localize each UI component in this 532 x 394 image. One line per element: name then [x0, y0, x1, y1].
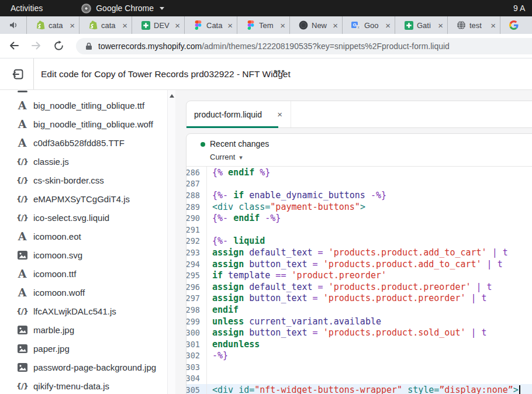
file-sidebar: Abig_noodle_titling_oblique.ttfAbig_nood… — [0, 90, 175, 394]
file-item[interactable]: Aicomoon.eot — [0, 227, 167, 246]
tab-close-icon[interactable]: × — [175, 21, 180, 30]
code-line[interactable]: 300 assign button_text = 'products.produ… — [186, 327, 532, 338]
text-cursor — [519, 385, 520, 394]
browser-tab[interactable]: GxGoo× — [342, 16, 395, 34]
code-line[interactable]: 303 — [186, 361, 532, 373]
shopify-icon — [88, 20, 98, 30]
code-line[interactable]: 286{% endif %} — [186, 167, 532, 178]
file-item[interactable]: {/}ico-select.svg.liquid — [0, 208, 167, 227]
line-number: 294 — [186, 258, 207, 270]
browser-toolbar: towerrecords.myshopify.com/admin/themes/… — [0, 34, 532, 58]
code-line[interactable]: 298 endif — [186, 304, 532, 316]
file-item[interactable]: {/}classie.js — [0, 152, 167, 171]
file-item[interactable]: Ac0df3a6b528fdd85.TTF — [0, 133, 167, 152]
code-text: if template == 'product.preorder' — [207, 269, 386, 281]
code-line[interactable]: 287 — [186, 178, 532, 190]
tab-close-icon[interactable]: × — [277, 109, 282, 119]
tab-title: test — [469, 21, 487, 30]
file-item[interactable]: {/}lfcAXLwjkDALc541.js — [0, 302, 167, 320]
code-line[interactable]: 302 -%} — [186, 350, 532, 362]
exit-icon[interactable] — [12, 68, 25, 83]
tab-close-icon[interactable]: × — [122, 21, 127, 30]
code-line[interactable]: 293 assign default_text = 'products.prod… — [186, 247, 532, 258]
editor-panel: product-form.liquid × Recent changes Cur… — [175, 90, 532, 394]
forward-button[interactable] — [30, 40, 42, 54]
code-text: {%- if enable_dynamic_buttons -%} — [207, 189, 386, 201]
file-item[interactable]: {/}cs-skin-border.css — [0, 171, 167, 189]
code-line[interactable]: 291 — [186, 224, 532, 236]
browser-tab[interactable]: Tem× — [237, 16, 289, 34]
image-file-icon — [15, 326, 29, 334]
file-item[interactable]: Aicomoon.ttf — [0, 264, 167, 283]
browser-tab[interactable]: cata× — [79, 16, 132, 34]
file-item[interactable]: {/}qikify-tmenu-data.js — [0, 376, 167, 394]
file-item[interactable]: {/}eMAPMXSyTCgGdiT4.js — [0, 189, 167, 208]
code-line[interactable]: 295 if template == 'product.preorder' — [186, 269, 532, 281]
tab-close-icon[interactable]: × — [333, 21, 338, 30]
tab-title: Tem — [259, 21, 277, 30]
tab-close-icon[interactable]: × — [438, 21, 443, 30]
address-bar[interactable]: towerrecords.myshopify.com/admin/themes/… — [76, 38, 532, 54]
code-line[interactable]: 301 endunless — [186, 338, 532, 350]
line-number: 286 — [186, 167, 207, 178]
code-file-icon: {/} — [15, 158, 29, 165]
line-number: 293 — [186, 247, 207, 258]
code-line[interactable]: 296 assign default_text = 'products.prod… — [186, 281, 532, 293]
reload-button[interactable] — [53, 40, 64, 54]
browser-tab[interactable]: Gati× — [395, 16, 447, 34]
editor-file-tab[interactable]: product-form.liquid × — [186, 101, 291, 127]
file-item[interactable]: Aicomoon.woff — [0, 283, 167, 302]
code-text: endif — [207, 304, 239, 316]
more-options-button[interactable]: ••• — [274, 66, 285, 76]
browser-tab[interactable]: DEV× — [132, 16, 184, 34]
globe-icon — [457, 20, 466, 30]
browser-tab[interactable]: New× — [289, 16, 342, 34]
code-line[interactable]: 292 {%- liquid — [186, 236, 532, 247]
file-name: classie.js — [33, 157, 69, 167]
version-dropdown[interactable]: Current▾ — [210, 153, 243, 161]
activities-button[interactable]: Activities — [7, 4, 46, 13]
sidebar-scrollbar[interactable] — [167, 90, 176, 394]
chevron-down-icon — [160, 7, 164, 10]
code-line[interactable]: 294 assign button_text = 'products.produ… — [186, 258, 532, 270]
tab-title: DEV — [154, 21, 171, 30]
tab-close-icon[interactable]: × — [385, 21, 391, 30]
file-item[interactable]: marble.jpg — [0, 320, 167, 339]
tab-close-icon[interactable]: × — [490, 21, 496, 30]
tab-close-icon[interactable]: × — [280, 21, 285, 30]
browser-tab[interactable]: test× — [447, 16, 500, 34]
file-item[interactable]: password-page-background.jpg — [0, 358, 167, 376]
line-number: 298 — [186, 304, 207, 316]
code-text: {% endif %} — [207, 167, 270, 178]
tab-close-icon[interactable]: × — [70, 21, 75, 30]
code-line[interactable]: 289 <div class="payment-buttons"> — [186, 201, 532, 213]
lock-icon[interactable] — [85, 42, 92, 50]
file-item[interactable]: paper.jpg — [0, 339, 167, 358]
browser-tab[interactable]: cata× — [26, 16, 79, 34]
file-item[interactable]: Abig_noodle_titling_oblique.woff — [0, 115, 167, 133]
code-line[interactable]: 297 assign button_text = 'products.produ… — [186, 293, 532, 305]
code-text: endunless — [207, 338, 260, 350]
code-editor[interactable]: 286{% endif %}287288{%- if enable_dynami… — [186, 167, 532, 394]
code-line[interactable]: 290{%- endif -%} — [186, 212, 532, 224]
browser-tab[interactable] — [500, 16, 532, 34]
line-number: 291 — [186, 224, 207, 236]
code-line[interactable]: 304 — [186, 373, 532, 385]
back-button[interactable] — [8, 40, 20, 54]
code-line[interactable]: 299 unless current_variant.available — [186, 316, 532, 327]
font-file-icon: A — [15, 137, 29, 148]
app-menu[interactable]: Google Chrome — [81, 4, 164, 13]
image-file-icon — [15, 344, 29, 353]
code-text — [207, 224, 212, 236]
file-item[interactable]: icomoon.svg — [0, 246, 167, 264]
tab-title: cata — [101, 21, 119, 30]
code-line[interactable]: 288{%- if enable_dynamic_buttons -%} — [186, 189, 532, 201]
file-item[interactable]: Abig_noodle_titling_oblique.ttf — [0, 96, 167, 115]
code-file-icon: {/} — [15, 382, 29, 390]
scroll-up-icon[interactable] — [170, 94, 174, 98]
code-editor-card: Recent changes Current▾ 286{% endif %}28… — [186, 133, 532, 394]
tab-close-icon[interactable]: × — [227, 21, 233, 30]
code-line[interactable]: 305<div id="nft-widget-buttons-wrapper" … — [186, 384, 532, 394]
browser-tab[interactable]: Cata× — [184, 16, 237, 34]
code-text: -%} — [207, 350, 228, 362]
